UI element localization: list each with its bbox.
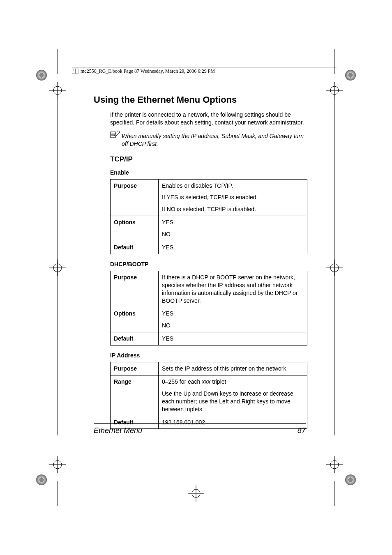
page-title: Using the Ethernet Menu Options xyxy=(94,94,307,105)
crop-dot-icon xyxy=(36,70,47,81)
registration-mark-icon xyxy=(49,82,66,99)
section-heading: TCP/IP xyxy=(110,155,307,164)
registration-mark-icon xyxy=(326,82,343,99)
registration-mark-icon xyxy=(188,485,204,502)
crop-line xyxy=(334,49,334,74)
cell-label: Purpose xyxy=(111,179,159,216)
header-rule xyxy=(72,67,337,67)
note-icon xyxy=(110,131,122,140)
registration-mark-icon xyxy=(326,456,343,473)
cell-value: 0–255 for each xxx triplet Use the Up an… xyxy=(159,375,307,416)
crop-dot-icon xyxy=(36,474,47,485)
table-heading-ip: IP Address xyxy=(110,352,307,359)
cell-value: Sets the IP address of this printer on t… xyxy=(159,362,307,375)
table-dhcp: Purpose If there is a DHCP or BOOTP serv… xyxy=(110,271,307,345)
svg-rect-22 xyxy=(75,69,78,74)
crop-dot-icon xyxy=(345,70,356,81)
crop-line xyxy=(334,99,334,435)
cell-label: Range xyxy=(111,375,159,416)
cell-value: YES xyxy=(159,241,307,254)
intro-paragraph: If the printer is connected to a network… xyxy=(110,111,307,127)
registration-mark-icon xyxy=(326,260,343,276)
svg-rect-21 xyxy=(72,69,75,74)
note: When manually setting the IP address, Su… xyxy=(110,131,307,148)
cell-value: YES NO xyxy=(159,216,307,241)
crop-line xyxy=(58,481,58,506)
table-heading-enable: Enable xyxy=(110,169,307,176)
cell-label: Default xyxy=(111,332,159,345)
runhead-text: mc2550_RG_E.book Page 87 Wednesday, Marc… xyxy=(81,68,215,74)
crop-line xyxy=(58,49,58,74)
crop-dot-icon xyxy=(345,474,356,485)
note-text: When manually setting the IP address, Su… xyxy=(122,132,307,148)
cell-label: Options xyxy=(111,216,159,241)
page-content: Using the Ethernet Menu Options If the p… xyxy=(94,94,307,435)
cell-label: Options xyxy=(111,307,159,332)
cell-value: YES xyxy=(159,332,307,345)
crop-line xyxy=(58,99,58,435)
registration-mark-icon xyxy=(49,456,66,473)
footer-rule xyxy=(94,423,306,424)
table-enable: Purpose Enables or disables TCP/IP. If Y… xyxy=(110,179,307,254)
table-heading-dhcp: DHCP/BOOTP xyxy=(110,261,307,267)
footer-section: Ethernet Menu xyxy=(94,426,142,435)
cell-label: Purpose xyxy=(111,271,159,307)
crop-line xyxy=(334,481,334,506)
cell-value: If there is a DHCP or BOOTP server on th… xyxy=(159,271,307,307)
running-head: mc2550_RG_E.book Page 87 Wednesday, Marc… xyxy=(72,68,215,74)
table-ip: Purpose Sets the IP address of this prin… xyxy=(110,362,307,429)
page-footer: Ethernet Menu 87 xyxy=(94,426,306,435)
cell-label: Purpose xyxy=(111,362,159,375)
cell-label: Default xyxy=(111,241,159,254)
cell-value: YES NO xyxy=(159,307,307,332)
cell-value: Enables or disables TCP/IP. If YES is se… xyxy=(159,179,307,216)
footer-page-number: 87 xyxy=(297,426,306,435)
